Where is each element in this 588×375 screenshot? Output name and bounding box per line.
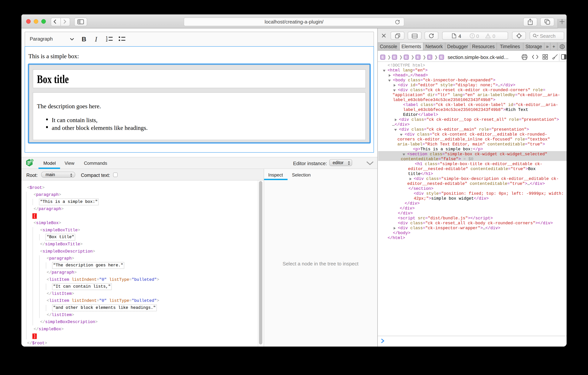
svg-text:5: 5 [31,159,33,162]
svg-text:2: 2 [106,39,108,42]
svg-text:1: 1 [106,36,108,39]
